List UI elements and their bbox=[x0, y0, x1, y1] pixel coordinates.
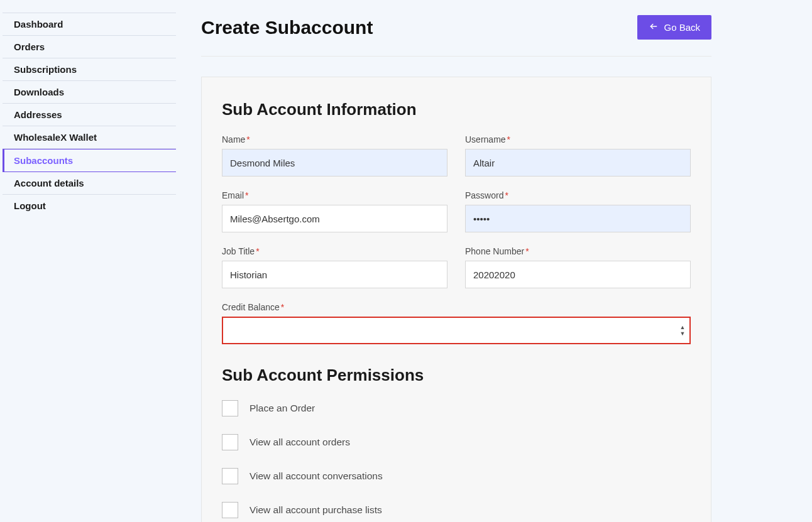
permission-row: Place an Order bbox=[222, 400, 691, 416]
number-spinner: ▲ ▼ bbox=[678, 324, 687, 337]
username-label: Username* bbox=[465, 134, 691, 144]
permission-row: View all account conversations bbox=[222, 468, 691, 484]
sidebar-item-subscriptions[interactable]: Subscriptions bbox=[3, 58, 176, 80]
page-header: Create Subaccount Go Back bbox=[201, 15, 711, 57]
sidebar-item-addresses[interactable]: Addresses bbox=[3, 103, 176, 126]
permission-checkbox-view-purchase-lists[interactable] bbox=[222, 502, 238, 518]
sidebar-item-downloads[interactable]: Downloads bbox=[3, 80, 176, 103]
name-input[interactable] bbox=[222, 149, 447, 177]
spinner-down-icon[interactable]: ▼ bbox=[678, 330, 687, 337]
section-heading-info: Sub Account Information bbox=[222, 100, 691, 119]
permission-label: Place an Order bbox=[250, 403, 315, 414]
sidebar-item-wholesalex-wallet[interactable]: WholesaleX Wallet bbox=[3, 126, 176, 149]
arrow-left-icon bbox=[649, 22, 659, 33]
go-back-label: Go Back bbox=[664, 22, 700, 33]
sidebar-item-account-details[interactable]: Account details bbox=[3, 172, 176, 195]
credit-balance-label: Credit Balance* bbox=[222, 302, 691, 312]
permission-checkbox-view-orders[interactable] bbox=[222, 434, 238, 450]
name-label: Name* bbox=[222, 134, 447, 144]
permission-row: View all account orders bbox=[222, 434, 691, 450]
go-back-button[interactable]: Go Back bbox=[637, 15, 711, 40]
permission-label: View all account purchase lists bbox=[250, 504, 382, 516]
form-panel: Sub Account Information Name* Username* … bbox=[201, 77, 711, 522]
email-label: Email* bbox=[222, 190, 447, 200]
password-input[interactable] bbox=[465, 205, 691, 232]
password-label: Password* bbox=[465, 190, 691, 200]
credit-balance-input[interactable] bbox=[222, 317, 691, 344]
phone-input[interactable] bbox=[465, 261, 691, 288]
permission-row: View all account purchase lists bbox=[222, 502, 691, 518]
username-input[interactable] bbox=[465, 149, 691, 177]
permission-label: View all account conversations bbox=[250, 470, 383, 482]
main-content: Create Subaccount Go Back Sub Account In… bbox=[176, 0, 812, 522]
job-title-input[interactable] bbox=[222, 261, 447, 288]
sidebar: Dashboard Orders Subscriptions Downloads… bbox=[0, 0, 176, 522]
job-title-label: Job Title* bbox=[222, 246, 447, 256]
email-input[interactable] bbox=[222, 205, 447, 232]
sidebar-item-logout[interactable]: Logout bbox=[3, 195, 176, 217]
sidebar-item-dashboard[interactable]: Dashboard bbox=[3, 13, 176, 35]
permission-checkbox-place-order[interactable] bbox=[222, 400, 238, 416]
permission-label: View all account orders bbox=[250, 437, 350, 448]
phone-label: Phone Number* bbox=[465, 246, 691, 256]
page-title: Create Subaccount bbox=[201, 17, 373, 38]
spinner-up-icon[interactable]: ▲ bbox=[678, 324, 687, 330]
permission-checkbox-view-conversations[interactable] bbox=[222, 468, 238, 484]
section-heading-permissions: Sub Account Permissions bbox=[222, 366, 691, 385]
sidebar-item-subaccounts[interactable]: Subaccounts bbox=[3, 149, 176, 172]
sidebar-item-orders[interactable]: Orders bbox=[3, 35, 176, 58]
